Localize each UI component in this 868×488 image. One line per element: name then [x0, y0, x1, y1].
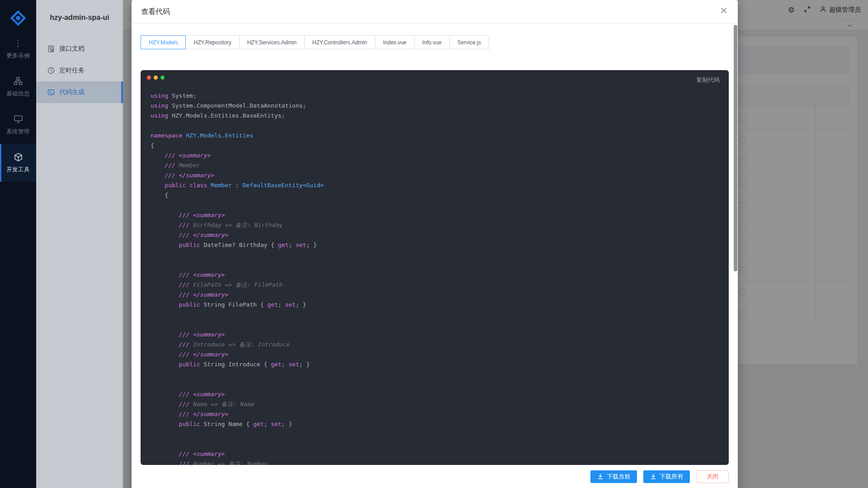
code-line: /// <summary>: [151, 270, 729, 280]
window-dots-icon: [147, 76, 165, 80]
clock-icon: [47, 67, 55, 75]
code-line: [151, 379, 729, 389]
code-line: public String Name { get; set; }: [151, 419, 729, 429]
red-dot-icon: [147, 76, 151, 80]
menu-sidebar: hzy-admin-spa-ui 接口文档 定时任务: [36, 0, 123, 488]
download-all-button[interactable]: 下载所有: [643, 470, 690, 483]
code-line: /// </summary>: [151, 230, 729, 240]
yellow-dot-icon: [154, 76, 158, 80]
code-line: /// </summary>: [151, 409, 729, 419]
code-editor[interactable]: 复制代码 using System;using System.Component…: [141, 70, 729, 465]
code-line: {: [151, 141, 729, 151]
doc-search-icon: [47, 45, 55, 53]
menu-item-code-generation: 代码生成: [36, 81, 123, 103]
code-line: [151, 260, 729, 270]
code-line: {: [151, 190, 729, 200]
code-line: /// </summary>: [151, 290, 729, 300]
tab-hzy-models[interactable]: HZY.Models: [141, 35, 186, 49]
code-content: using System;using System.ComponentModel…: [151, 91, 729, 465]
tab-hzy-services-admin[interactable]: HZY.Services.Admin: [239, 35, 305, 49]
code-line: /// Name => 备注: Name: [151, 399, 729, 409]
close-icon[interactable]: ×: [720, 5, 728, 15]
dialog-title: 查看代码: [141, 7, 170, 17]
code-line: [151, 370, 729, 379]
close-dialog-button[interactable]: 关闭: [696, 470, 729, 483]
code-line: /// Number => 备注: Number: [151, 459, 729, 465]
sidebar-item-system-admin: 系统管理: [0, 106, 36, 144]
code-line: namespace HZY.Models.Entities: [151, 131, 729, 141]
code-line: /// Birthday => 备注: Birthday: [151, 220, 729, 230]
code-line: [151, 200, 729, 210]
sidebar-item-basic-info: 基础信息: [0, 68, 36, 106]
project-title: hzy-admin-spa-ui: [36, 14, 123, 22]
code-line: [151, 320, 729, 330]
code-line: using System.ComponentModel.DataAnnotati…: [151, 101, 729, 111]
more-dots-icon: ⋮: [13, 38, 23, 48]
code-line: [151, 439, 729, 449]
code-line: [151, 310, 729, 320]
code-line: /// Member: [151, 161, 729, 171]
app-root: ⚙ 超级管理员: [0, 0, 868, 488]
code-line: public String Introduce { get; set; }: [151, 360, 729, 370]
tab-index-vue[interactable]: Index.vue: [375, 35, 415, 49]
terminal-icon: [47, 89, 55, 96]
tab-hzy-repository[interactable]: HZY.Repository: [185, 35, 239, 49]
code-line: /// Introduce => 备注: Introduce: [151, 340, 729, 350]
code-line: /// </summary>: [151, 350, 729, 360]
dialog-scrollbar-thumb[interactable]: [734, 25, 737, 271]
sidebar-item-dev-tools: 开发工具: [0, 144, 36, 182]
code-line: /// <summary>: [151, 210, 729, 220]
copy-code-button[interactable]: 复制代码: [696, 76, 720, 84]
dialog-tabs: HZY.ModelsHZY.RepositoryHZY.Services.Adm…: [141, 35, 489, 49]
download-icon: [650, 473, 656, 481]
download-icon: [597, 473, 604, 481]
monitor-icon: [13, 114, 23, 124]
code-line: public DateTime? Birthday { get; set; }: [151, 240, 729, 250]
code-line: /// <summary>: [151, 449, 729, 459]
code-line: /// FilePath => 备注: FilePath: [151, 280, 729, 290]
dialog-footer: 下载当前 下载所有 关闭: [590, 470, 729, 483]
download-current-button[interactable]: 下载当前: [590, 470, 637, 483]
code-line: using System;: [151, 91, 729, 101]
tab-info-vue[interactable]: Info.vue: [414, 35, 450, 49]
code-line: /// <summary>: [151, 389, 729, 399]
code-line: /// </summary>: [151, 171, 729, 180]
dialog-header: 查看代码 ×: [132, 0, 738, 24]
code-line: public class Member : DefaultBaseEntity<…: [151, 180, 729, 190]
code-line: /// <summary>: [151, 330, 729, 340]
tab-service-js[interactable]: Service.js: [449, 35, 489, 49]
app-logo-icon: [8, 8, 28, 28]
menu-item-api-docs: 接口文档: [36, 38, 123, 60]
code-line: public String FilePath { get; set; }: [151, 300, 729, 310]
sidebar-item-more-examples: ⋮ 更多示例: [0, 30, 36, 68]
code-line: using HZY.Models.Entities.BaseEntitys;: [151, 111, 729, 121]
green-dot-icon: [160, 76, 165, 80]
code-line: /// <summary>: [151, 151, 729, 161]
org-chart-icon: [13, 76, 23, 86]
cube-icon: [13, 152, 23, 162]
tab-hzy-controllers-admin[interactable]: HZY.Controllers.Admin: [304, 35, 375, 49]
code-line: [151, 121, 729, 131]
code-line: [151, 429, 729, 439]
menu-item-scheduled-tasks: 定时任务: [36, 60, 123, 81]
view-code-dialog: 查看代码 × HZY.ModelsHZY.RepositoryHZY.Servi…: [132, 0, 738, 488]
code-line: [151, 250, 729, 260]
icon-sidebar: ⋮ 更多示例 基础信息 系统管理: [0, 0, 36, 488]
